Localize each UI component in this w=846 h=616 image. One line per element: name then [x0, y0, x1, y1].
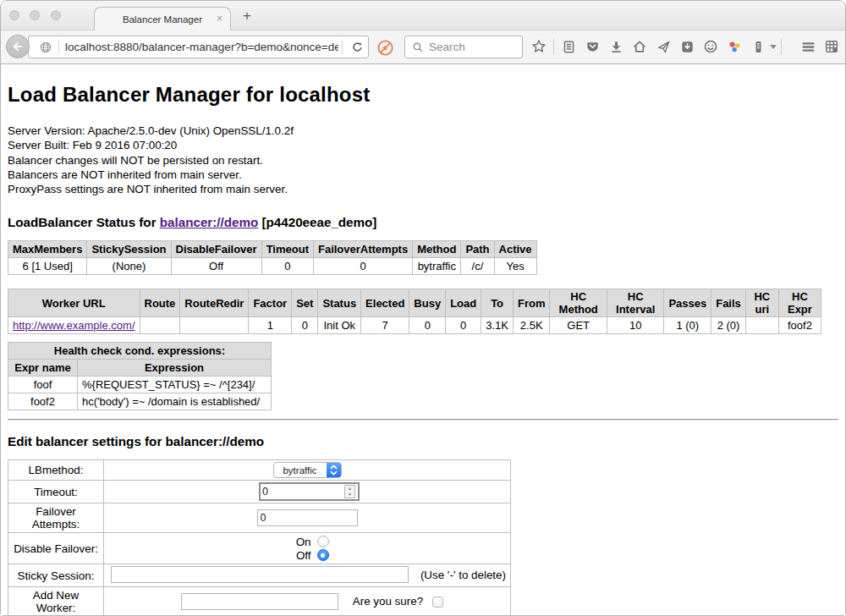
server-info: Server Version: Apache/2.5.0-dev (Unix) …	[8, 124, 838, 196]
url-separator	[58, 40, 59, 54]
pocket-icon[interactable]	[580, 35, 604, 58]
container-icon[interactable]	[746, 35, 770, 58]
failover-attempts-input[interactable]	[257, 509, 358, 526]
colored-dots-addon-icon[interactable]	[722, 35, 746, 58]
form-row-failover-attempts: Failover Attempts:	[8, 503, 511, 533]
timeout-label: Timeout:	[8, 481, 104, 503]
radio-on-label: On	[286, 536, 311, 548]
search-input[interactable]	[429, 41, 522, 53]
status-heading: LoadBalancer Status for balancer://demo …	[8, 215, 838, 229]
download-icon[interactable]	[604, 35, 628, 58]
table-row: 6 [1 Used] (None) Off 0 0 bytraffic /c/ …	[8, 258, 537, 275]
balancer-demo-link[interactable]: balancer://demo	[160, 215, 258, 229]
send-icon[interactable]	[651, 35, 675, 58]
health-check-table: Health check cond. expressions: Expr nam…	[8, 342, 272, 410]
form-row-timeout: Timeout: ▲▼	[8, 481, 511, 503]
table-header-row: MaxMembers StickySession DisableFailover…	[8, 241, 537, 258]
sticky-session-input[interactable]	[111, 566, 409, 583]
home-icon[interactable]	[628, 35, 651, 58]
sticky-session-hint: (Use '-' to delete)	[420, 566, 506, 585]
reload-icon	[351, 41, 364, 53]
radio-on-button[interactable]	[317, 536, 329, 547]
lbmethod-selected-value: bytraffic	[274, 465, 327, 476]
select-stepper-icon	[327, 462, 341, 478]
table-header-row: Expr name Expression	[8, 360, 272, 377]
sticky-session-label: Sticky Session:	[8, 564, 104, 587]
number-spinner-icon[interactable]: ▲▼	[344, 485, 355, 498]
table-header-row: Worker URL Route RouteRedir Factor Set S…	[8, 289, 821, 317]
browser-toolbar: localhost:8880/balancer-manager?b=demo&n…	[1, 30, 845, 64]
reading-list-icon[interactable]	[557, 35, 580, 58]
back-button[interactable]	[6, 35, 30, 58]
disable-failover-label: Disable Failover:	[8, 533, 104, 564]
add-worker-label: Add New Worker:	[8, 587, 104, 616]
section-divider	[8, 419, 838, 421]
site-identity-globe-icon[interactable]	[39, 41, 52, 54]
table-row: foof %{REQUEST_STATUS} =~ /^[234]/	[8, 377, 272, 393]
server-info-line: Server Built: Feb 9 2016 07:00:20	[8, 138, 838, 152]
form-row-sticky-session: Sticky Session: (Use '-' to delete)	[8, 564, 511, 587]
tab-title: Balancer Manager	[123, 14, 202, 25]
url-bar[interactable]: localhost:8880/balancer-manager?b=demo&n…	[28, 36, 369, 58]
table-title-row: Health check cond. expressions:	[8, 343, 272, 360]
bookmark-star-icon[interactable]	[527, 35, 551, 58]
radio-off-label: Off	[286, 549, 311, 562]
new-tab-button[interactable]: +	[239, 8, 255, 25]
balancer-status-table: MaxMembers StickySession DisableFailover…	[8, 240, 537, 275]
content-block-button[interactable]	[375, 37, 395, 58]
browser-titlebar: Balancer Manager × +	[1, 1, 845, 30]
url-text[interactable]: localhost:8880/balancer-manager?b=demo&n…	[65, 41, 338, 53]
confirm-label: Are you sure?	[353, 595, 423, 608]
content-block-icon	[376, 39, 394, 57]
table-row: foof2 hc('body') =~ /domain is establish…	[8, 393, 272, 410]
zoom-window-button[interactable]	[51, 10, 61, 20]
reload-button[interactable]	[346, 41, 368, 53]
confirm-checkbox[interactable]	[432, 597, 443, 608]
server-info-line: Balancer changes will NOT be persisted o…	[8, 153, 838, 168]
search-icon	[412, 41, 424, 53]
server-info-line: ProxyPass settings are NOT inherited fro…	[8, 182, 838, 196]
toolbar-separator	[553, 39, 554, 55]
addon-download-icon[interactable]	[675, 35, 699, 58]
page-content: Load Balancer Manager for localhost Serv…	[1, 64, 845, 616]
page-title: Load Balancer Manager for localhost	[8, 82, 838, 107]
tab-close-icon[interactable]: ×	[217, 14, 222, 24]
toolbar-icon-row	[527, 35, 843, 58]
menu-icon[interactable]	[796, 35, 820, 58]
worker-table: Worker URL Route RouteRedir Factor Set S…	[8, 289, 821, 334]
failover-attempts-label: Failover Attempts:	[8, 503, 104, 533]
browser-window: Balancer Manager × + localhost:8880/bala…	[0, 0, 846, 616]
edit-settings-heading: Edit balancer settings for balancer://de…	[8, 434, 838, 448]
url-separator	[342, 40, 343, 54]
lbmethod-select[interactable]: bytraffic	[273, 462, 342, 478]
add-worker-input[interactable]	[181, 593, 338, 610]
edit-balancer-form: LBmethod: bytraffic Timeout: ▲▼ Fai	[8, 459, 511, 616]
dropdown-caret-icon[interactable]	[770, 45, 777, 49]
server-info-line: Server Version: Apache/2.5.0-dev (Unix) …	[8, 124, 838, 138]
back-icon	[11, 40, 25, 53]
minimize-window-button[interactable]	[30, 10, 40, 20]
search-bar[interactable]	[404, 36, 523, 58]
close-window-button[interactable]	[9, 10, 19, 20]
form-row-add-worker: Add New Worker: Are you sure?	[8, 587, 511, 616]
toolbar-separator	[781, 39, 782, 55]
table-row: http://www.example.com/ 1 0 Init Ok 7 0 …	[8, 317, 821, 334]
form-row-disable-failover: Disable Failover: On Off	[8, 533, 511, 564]
worker-url-link[interactable]: http://www.example.com/	[13, 319, 135, 332]
lbmethod-label: LBmethod:	[8, 460, 104, 481]
tab-balancer-manager[interactable]: Balancer Manager ×	[94, 7, 231, 30]
server-info-line: Balancers are NOT inherited from main se…	[8, 168, 838, 182]
grid-addon-icon[interactable]	[820, 35, 843, 58]
chat-smiley-icon[interactable]	[699, 35, 722, 58]
form-row-lbmethod: LBmethod: bytraffic	[8, 460, 511, 481]
radio-off-button[interactable]	[317, 549, 329, 561]
